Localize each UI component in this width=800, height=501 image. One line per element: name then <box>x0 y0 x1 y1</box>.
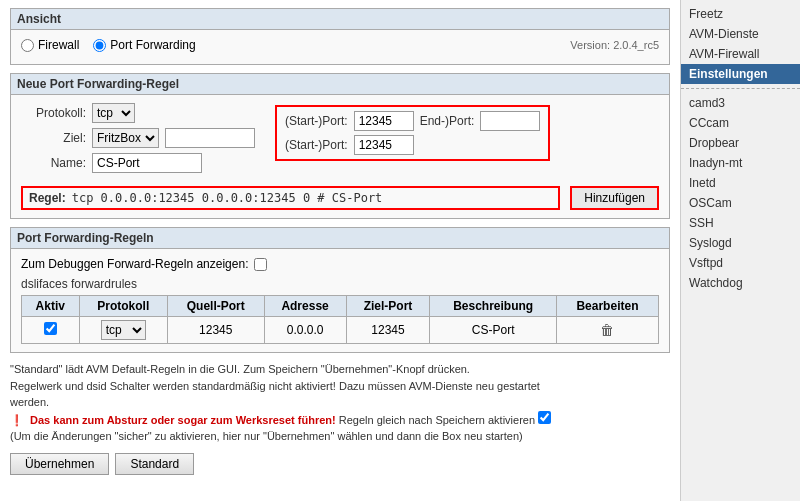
row-adresse: 0.0.0.0 <box>264 317 346 344</box>
start-port-input2[interactable] <box>354 135 414 155</box>
warning-bold-line: ❗ Das kann zum Absturz oder sogar zum We… <box>10 411 670 429</box>
sidebar-divider <box>681 88 800 89</box>
regel-label: Regel: <box>29 191 66 205</box>
firewall-label: Firewall <box>38 38 79 52</box>
ansicht-radio-group: Firewall Port Forwarding <box>21 38 196 52</box>
port-forwarding-radio-label[interactable]: Port Forwarding <box>93 38 195 52</box>
row-protokoll: tcp <box>79 317 167 344</box>
row-aktiv <box>22 317 80 344</box>
sub-warning: (Um die Änderungen "sicher" zu aktiviere… <box>10 428 670 445</box>
warning-line1: "Standard" lädt AVM Default-Regeln in di… <box>10 361 670 378</box>
ziel-label: Ziel: <box>21 131 86 145</box>
protokoll-label: Protokoll: <box>21 106 86 120</box>
col-ziel-port: Ziel-Port <box>346 296 430 317</box>
start-port-label1: (Start-)Port: <box>285 114 348 128</box>
hinzufuegen-button[interactable]: Hinzufügen <box>570 186 659 210</box>
name-label: Name: <box>21 156 86 170</box>
col-quell-port: Quell-Port <box>167 296 264 317</box>
ansicht-title: Ansicht <box>11 9 669 30</box>
forward-rules-table: Aktiv Protokoll Quell-Port Adresse Ziel-… <box>21 295 659 344</box>
sidebar-item-watchdog[interactable]: Watchdog <box>681 273 800 293</box>
sidebar-item-inadyn-mt[interactable]: Inadyn-mt <box>681 153 800 173</box>
col-adresse: Adresse <box>264 296 346 317</box>
col-protokoll: Protokoll <box>79 296 167 317</box>
sidebar-item-dropbear[interactable]: Dropbear <box>681 133 800 153</box>
sidebar: Freetz AVM-Dienste AVM-Firewall Einstell… <box>680 0 800 501</box>
col-aktiv: Aktiv <box>22 296 80 317</box>
standard-button[interactable]: Standard <box>115 453 194 475</box>
sidebar-item-inetd[interactable]: Inetd <box>681 173 800 193</box>
col-beschreibung: Beschreibung <box>430 296 556 317</box>
regel-box: Regel: tcp 0.0.0.0:12345 0.0.0.0:12345 0… <box>21 186 560 210</box>
regel-value: tcp 0.0.0.0:12345 0.0.0.0:12345 0 # CS-P… <box>72 191 383 205</box>
start-port-input1[interactable] <box>354 111 414 131</box>
delete-icon[interactable]: 🗑 <box>600 322 614 338</box>
row-ziel-port: 12345 <box>346 317 430 344</box>
warning-section: "Standard" lädt AVM Default-Regeln in di… <box>10 361 670 445</box>
sidebar-item-syslogd[interactable]: Syslogd <box>681 233 800 253</box>
row-bearbeiten[interactable]: 🗑 <box>556 317 658 344</box>
firewall-radio-label[interactable]: Firewall <box>21 38 79 52</box>
debug-checkbox[interactable] <box>254 258 267 271</box>
table-row: tcp 12345 0.0.0.0 12345 CS-Port 🗑 <box>22 317 659 344</box>
warning-line3: werden. <box>10 394 670 411</box>
sidebar-item-vsftpd[interactable]: Vsftpd <box>681 253 800 273</box>
warning-line2: Regelwerk und dsid Schalter werden stand… <box>10 378 670 395</box>
sidebar-item-ssh[interactable]: SSH <box>681 213 800 233</box>
port-forwarding-radio[interactable] <box>93 39 106 52</box>
sidebar-item-avm-firewall[interactable]: AVM-Firewall <box>681 44 800 64</box>
ziel-select[interactable]: FritzBox <box>92 128 159 148</box>
aktivieren-checkbox[interactable] <box>538 411 551 424</box>
debug-label: Zum Debuggen Forward-Regeln anzeigen: <box>21 257 248 271</box>
col-bearbeiten: Bearbeiten <box>556 296 658 317</box>
sidebar-item-einstellungen[interactable]: Einstellungen <box>681 64 800 84</box>
sidebar-item-avm-dienste[interactable]: AVM-Dienste <box>681 24 800 44</box>
neue-regel-title: Neue Port Forwarding-Regel <box>11 74 669 95</box>
uebernehmen-button[interactable]: Übernehmen <box>10 453 109 475</box>
start-port-label2: (Start-)Port: <box>285 138 348 152</box>
end-port-input[interactable] <box>480 111 540 131</box>
end-port-label: End-)Port: <box>420 114 475 128</box>
aktiv-checkbox[interactable] <box>44 322 57 335</box>
warning-icon: ❗ <box>10 414 24 426</box>
forward-regeln-title: Port Forwarding-Regeln <box>11 228 669 249</box>
row-quell-port: 12345 <box>167 317 264 344</box>
sidebar-item-ccam[interactable]: CCcam <box>681 113 800 133</box>
sidebar-item-oscam[interactable]: OSCam <box>681 193 800 213</box>
ports-highlight-box: (Start-)Port: End-)Port: (Start-)Port: <box>275 105 550 161</box>
sidebar-item-freetz[interactable]: Freetz <box>681 4 800 24</box>
sidebar-item-camd3[interactable]: camd3 <box>681 93 800 113</box>
protokoll-select[interactable]: tcp udp <box>92 103 135 123</box>
row-protokoll-select[interactable]: tcp <box>101 320 146 340</box>
version-info: Version: 2.0.4_rc5 <box>570 39 659 51</box>
row-beschreibung: CS-Port <box>430 317 556 344</box>
firewall-radio[interactable] <box>21 39 34 52</box>
name-input[interactable] <box>92 153 202 173</box>
dslif-label: dslifaces forwardrules <box>21 277 659 291</box>
port-forwarding-label: Port Forwarding <box>110 38 195 52</box>
ziel-ip-input[interactable]: 0.0.0.0 <box>165 128 255 148</box>
